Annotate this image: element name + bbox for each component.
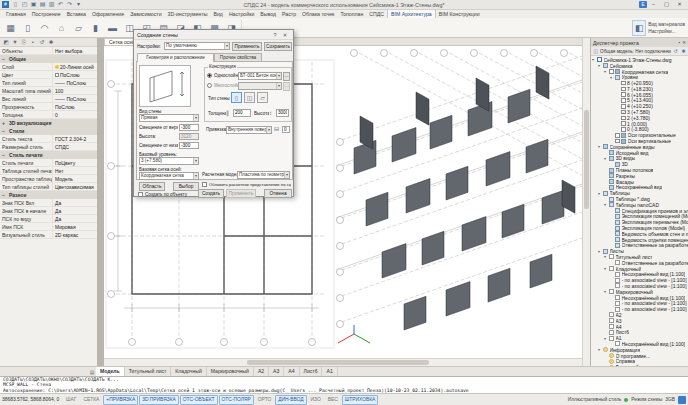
area-button[interactable]: Область xyxy=(139,182,165,191)
sheet-tab-1[interactable]: Модель xyxy=(96,367,125,376)
ribbon-tab-3[interactable]: Вставка xyxy=(64,10,89,18)
apply-preset-button[interactable]: Применить xyxy=(232,42,262,51)
ribbon-tab-7[interactable]: Вид xyxy=(210,10,225,18)
status-toggle[interactable]: ШАГ xyxy=(63,395,79,405)
wall-type-1-button[interactable]: ▯ xyxy=(231,92,242,103)
property-row[interactable]: Пространство таблицыМодель xyxy=(0,175,97,183)
wall-view-combo[interactable]: Прямая▾ xyxy=(139,114,199,122)
shared-model-icon[interactable]: ◫ xyxy=(592,48,599,54)
ribbon-tab-12[interactable]: Топоплан xyxy=(337,10,366,18)
ribbon-tab-14[interactable]: BIM Архитектура xyxy=(387,9,436,18)
property-row[interactable]: ПрозрачностьПоСлою xyxy=(0,103,97,111)
base-level-combo[interactable]: 3 (+7.580)▾ xyxy=(139,157,199,165)
ribbon-tab-9[interactable]: Вывод xyxy=(257,10,279,18)
roof-icon[interactable]: ⌂ xyxy=(54,20,69,36)
status-toggle[interactable]: +ПРИВЯЗКА xyxy=(103,395,138,405)
close-button[interactable]: ✕ xyxy=(673,0,686,9)
object-selector-row[interactable]: Объекты Нет выбора xyxy=(0,47,97,55)
offset-top-field[interactable] xyxy=(179,124,199,132)
menu-caret-icon[interactable]: ▾ xyxy=(74,0,83,9)
curved-wall-icon[interactable]: ◠ xyxy=(37,20,52,36)
single-layer-radio[interactable] xyxy=(207,73,212,78)
minimize-button[interactable]: – xyxy=(647,0,660,9)
wall-type-2-button[interactable]: ◫ xyxy=(244,92,255,103)
panel-settings-icon[interactable]: ✱ xyxy=(680,48,687,54)
status-toggle[interactable]: ШТРИХОВКА xyxy=(342,395,379,405)
property-row[interactable]: Вес линий—— ПоСлою xyxy=(0,95,97,103)
property-row[interactable]: Таблица стилей печатиНет xyxy=(0,167,97,175)
ribbon-tab-11[interactable]: Облака точек xyxy=(299,10,337,18)
ribbon-tab-2[interactable]: Построение xyxy=(29,10,64,18)
settings-icon[interactable]: ✱ xyxy=(47,39,55,45)
vertical-scrollbar[interactable] xyxy=(582,38,590,366)
ribbon-tab-13[interactable]: СПДС xyxy=(366,10,387,18)
property-row[interactable]: ПСК по видуДа xyxy=(0,215,97,223)
notifications-icon[interactable] xyxy=(678,396,686,404)
axes-grid-icon[interactable]: ▦ xyxy=(3,20,18,36)
sheet-tab-2[interactable]: Титульный лист xyxy=(125,367,172,376)
maximize-button[interactable]: ▢ xyxy=(660,0,673,9)
property-row[interactable]: Тип линий—— ПоСлою xyxy=(0,79,97,87)
ribbon-tab-10[interactable]: Растр xyxy=(279,10,299,18)
properties-section-header[interactable]: –Стиль печати xyxy=(0,151,97,159)
slab-icon[interactable]: ▱ xyxy=(71,20,86,36)
base-grid-combo[interactable]: Координатная сетка▾ xyxy=(139,172,199,180)
ribbon-tab-4[interactable]: Оформление xyxy=(89,10,127,18)
sync-icon[interactable]: ↺ xyxy=(672,48,679,54)
sheet-tab-6[interactable]: А3 xyxy=(269,367,284,376)
visual-style-label[interactable]: Иллюстративный стиль xyxy=(568,397,622,402)
tab-geometry-location[interactable]: Геометрия и расположение xyxy=(137,53,214,62)
calc-model-combo[interactable]: Пластина по геометрии объекта▾ xyxy=(237,171,290,179)
property-row[interactable]: Размерный стильСПДС xyxy=(0,143,97,151)
settings-button[interactable]: Настройки... xyxy=(648,28,685,35)
properties-section-header[interactable]: –Стили xyxy=(0,127,97,135)
wall-icon[interactable]: ▯ xyxy=(20,20,35,36)
anchor-offset-field[interactable] xyxy=(282,126,290,134)
property-row[interactable]: Стиль текстаГОСТ 2.304-2 xyxy=(0,135,97,143)
property-row[interactable]: ЦветПоСлою xyxy=(0,71,97,79)
dialog-title-bar[interactable]: Создание стены ? ✕ xyxy=(134,30,293,40)
sheet-tab-7[interactable]: А4 xyxy=(284,367,299,376)
cancel-button[interactable]: Отмена xyxy=(264,189,292,198)
offset-bottom-field[interactable] xyxy=(179,142,199,150)
pin-panel-icon[interactable]: ▪ xyxy=(29,39,37,45)
status-toggle[interactable]: СЕТКА xyxy=(80,395,102,405)
status-toggle[interactable]: ДИН-ВВОД xyxy=(275,395,306,405)
properties-section-header[interactable]: +3D визуализация xyxy=(0,119,97,127)
ribbon-tab-1[interactable]: Главная xyxy=(3,10,29,18)
ribbon-tab-5[interactable]: Зависимости xyxy=(127,10,164,18)
update-calc-checkbox[interactable] xyxy=(202,182,207,187)
create-button[interactable]: Создать xyxy=(198,189,224,198)
property-row[interactable]: Масштаб типа линий100 xyxy=(0,87,97,95)
column-icon[interactable]: ▮ xyxy=(88,20,103,36)
property-row[interactable]: Толщина0 xyxy=(0,111,97,119)
property-row[interactable]: Знак ПСК в началеДа xyxy=(0,207,97,215)
wall-height-field[interactable] xyxy=(276,109,289,117)
material-more-button[interactable]: ... xyxy=(283,72,290,81)
property-row[interactable]: Имя ПСКМировая xyxy=(0,223,97,231)
save-icon[interactable]: ▣ xyxy=(29,0,38,9)
property-row[interactable]: Тип таблицы стилейЦветозависимая xyxy=(0,183,97,191)
trash-icon[interactable]: ⊟ xyxy=(274,125,279,133)
pin-icon[interactable]: ▪ xyxy=(679,40,681,45)
dialog-help-icon[interactable]: ? xyxy=(270,32,280,38)
print-icon[interactable]: ▥ xyxy=(47,0,56,9)
properties-section-header[interactable]: –Разное xyxy=(0,191,97,199)
sheet-list-icon[interactable]: ▤ xyxy=(88,369,96,375)
wall-type-3-button[interactable]: ▱ xyxy=(257,92,268,103)
property-row[interactable]: Слой20-Линии осей xyxy=(0,63,97,71)
status-toggle[interactable]: ОРТО xyxy=(255,395,274,405)
pick-button[interactable]: Выбор xyxy=(173,182,199,191)
sheet-tab-9[interactable]: А1 xyxy=(322,367,337,376)
sheet-tab-4[interactable]: Маркировочный xyxy=(207,367,254,376)
properties-section-header[interactable]: –Общие xyxy=(0,55,97,63)
anchor-combo[interactable]: Внутренняя поверхность▾ xyxy=(226,126,272,134)
redo-icon[interactable]: ↷ xyxy=(65,0,74,9)
quick-select-icon[interactable]: ▼ xyxy=(11,39,19,45)
beam-icon[interactable]: ▬ xyxy=(105,20,120,36)
materials-view-button[interactable]: Вид материалов xyxy=(648,21,685,28)
property-row[interactable]: Визуальный стиль2D каркас xyxy=(0,231,97,239)
sheet-tab-3[interactable]: Кладочный xyxy=(171,367,206,376)
multi-layer-radio[interactable] xyxy=(207,83,212,88)
undo-icon[interactable]: ↶ xyxy=(56,0,65,9)
